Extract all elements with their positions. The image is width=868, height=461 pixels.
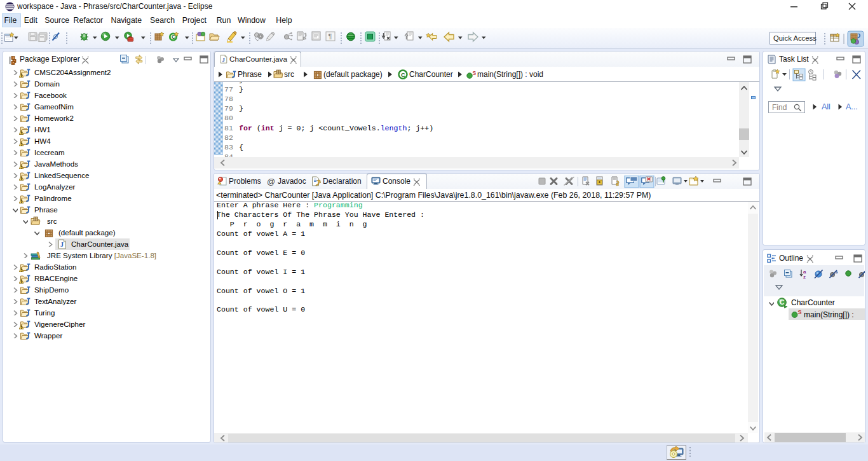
svg-text:C: C xyxy=(172,34,175,40)
svg-text:S: S xyxy=(798,309,802,315)
svg-text:@: @ xyxy=(267,177,275,186)
svg-text:¶: ¶ xyxy=(329,32,332,40)
svg-text:C: C xyxy=(780,298,785,306)
svg-text:z: z xyxy=(803,274,806,280)
svg-text:S: S xyxy=(473,71,477,76)
